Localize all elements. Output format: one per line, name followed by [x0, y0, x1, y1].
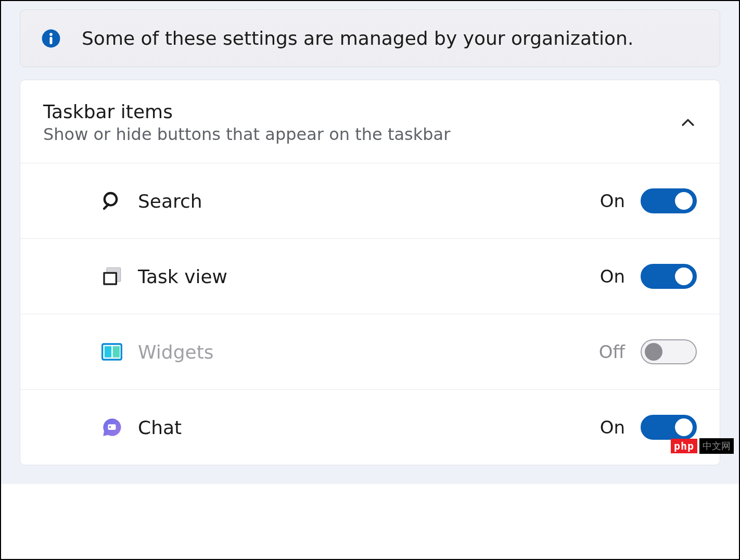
taskbar-items-header[interactable]: Taskbar items Show or hide buttons that …: [20, 80, 720, 163]
taskbar-item-taskview: Task view On: [20, 238, 720, 314]
info-icon: [41, 29, 61, 48]
watermark: php 中文网: [671, 438, 734, 454]
watermark-left: php: [671, 439, 697, 453]
widgets-toggle: [641, 339, 697, 364]
widgets-icon: [101, 341, 122, 362]
svg-point-1: [49, 33, 53, 36]
chevron-up-icon: [679, 114, 697, 132]
section-title: Taskbar items: [43, 101, 450, 122]
taskbar-item-widgets: Widgets Off: [20, 314, 720, 389]
row-status: On: [600, 417, 625, 438]
chat-toggle[interactable]: [641, 415, 697, 440]
chat-icon: [101, 417, 122, 438]
row-status: On: [600, 190, 625, 211]
svg-rect-9: [105, 346, 111, 358]
taskview-toggle[interactable]: [641, 264, 697, 289]
svg-point-12: [109, 426, 111, 428]
svg-rect-10: [113, 346, 120, 358]
row-label: Task view: [138, 266, 600, 287]
row-label: Widgets: [138, 341, 599, 363]
row-label: Search: [138, 190, 600, 212]
section-subtitle: Show or hide buttons that appear on the …: [43, 124, 450, 144]
taskbar-item-chat: Chat On: [20, 389, 720, 465]
taskbar-item-search: Search On: [20, 163, 720, 238]
org-managed-banner: Some of these settings are managed by yo…: [20, 9, 720, 67]
row-label: Chat: [138, 417, 600, 438]
svg-line-4: [104, 205, 108, 209]
watermark-right: 中文网: [699, 438, 734, 454]
svg-point-3: [105, 193, 117, 205]
search-toggle[interactable]: [641, 188, 697, 213]
taskview-icon: [101, 266, 122, 287]
svg-rect-2: [49, 36, 52, 44]
row-status: Off: [599, 341, 625, 362]
org-managed-text: Some of these settings are managed by yo…: [82, 28, 633, 49]
taskbar-items-card: Taskbar items Show or hide buttons that …: [20, 80, 720, 465]
row-status: On: [600, 266, 625, 287]
svg-rect-7: [105, 274, 116, 283]
taskbar-items-header-text: Taskbar items Show or hide buttons that …: [43, 101, 450, 144]
search-icon: [101, 190, 122, 211]
